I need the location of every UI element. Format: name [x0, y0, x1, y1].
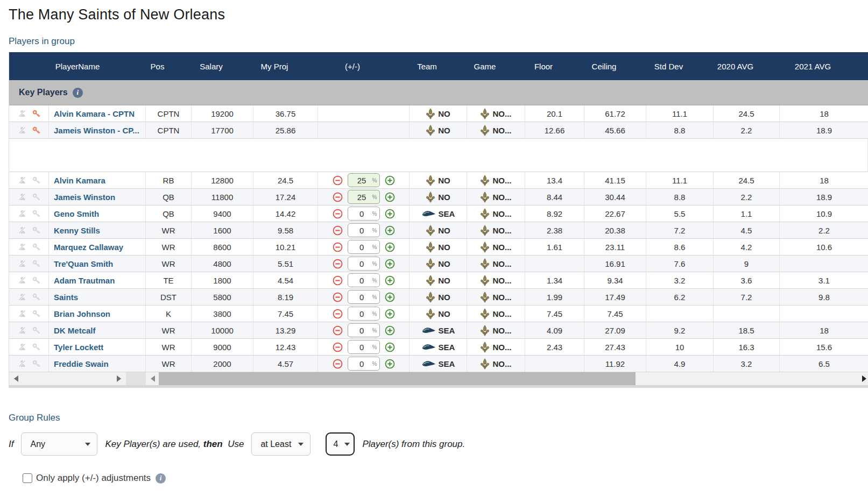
increase-adjustment-icon[interactable] [385, 342, 395, 352]
key-player-condition-select[interactable]: Any [21, 432, 97, 456]
increase-adjustment-icon[interactable] [385, 292, 395, 302]
key-icon[interactable] [32, 326, 40, 335]
decrease-adjustment-icon[interactable] [333, 209, 343, 219]
player-name-link[interactable]: Alvin Kamara - CPTN [54, 109, 135, 118]
decrease-adjustment-icon[interactable] [333, 175, 343, 186]
col-header-ceiling[interactable]: Ceiling [584, 62, 646, 71]
increase-adjustment-icon[interactable] [385, 309, 395, 319]
adjustment-input[interactable]: 0% [348, 357, 380, 371]
adjustment-input[interactable]: 0% [348, 340, 380, 354]
player-name-link[interactable]: Marquez Callaway [54, 243, 123, 252]
frozen-columns-scrollbar[interactable] [9, 372, 126, 385]
key-icon[interactable] [32, 176, 40, 184]
exclude-player-icon[interactable] [18, 126, 26, 134]
key-icon[interactable] [32, 126, 40, 134]
player-name-link[interactable]: Saints [54, 293, 78, 302]
player-name-link[interactable]: Freddie Swain [54, 359, 109, 368]
key-icon[interactable] [32, 343, 40, 351]
player-name-link[interactable]: Jameis Winston [54, 193, 115, 202]
adjustment-input[interactable]: 0% [348, 307, 380, 321]
decrease-adjustment-icon[interactable] [333, 292, 343, 302]
exclude-player-icon[interactable] [18, 359, 26, 368]
main-columns-scrollbar[interactable] [146, 372, 868, 385]
exclude-player-icon[interactable] [18, 193, 26, 201]
exclude-player-icon[interactable] [18, 293, 26, 301]
increase-adjustment-icon[interactable] [385, 225, 395, 236]
increase-adjustment-icon[interactable] [385, 325, 395, 336]
player-name-link[interactable]: Jameis Winston - CP... [54, 126, 139, 135]
increase-adjustment-icon[interactable] [385, 242, 395, 252]
increase-adjustment-icon[interactable] [385, 192, 395, 202]
adjustment-input[interactable]: 0% [348, 207, 380, 221]
threshold-select[interactable]: at Least [251, 432, 310, 456]
increase-adjustment-icon[interactable] [385, 209, 395, 219]
col-header-playername[interactable]: PlayerName [9, 62, 146, 71]
increase-adjustment-icon[interactable] [385, 275, 395, 286]
decrease-adjustment-icon[interactable] [333, 225, 343, 236]
col-header-salary[interactable]: Salary [192, 62, 253, 71]
key-icon[interactable] [32, 360, 40, 368]
key-icon[interactable] [32, 310, 40, 318]
decrease-adjustment-icon[interactable] [333, 192, 343, 202]
exclude-player-icon[interactable] [18, 309, 26, 318]
adjustments-info-icon[interactable]: i [156, 473, 166, 484]
key-icon[interactable] [32, 110, 40, 118]
player-name-link[interactable]: Tre'Quan Smith [54, 259, 113, 268]
scroll-right-icon[interactable] [862, 375, 866, 382]
adjustment-input[interactable]: 0% [348, 273, 380, 287]
decrease-adjustment-icon[interactable] [333, 242, 343, 252]
col-header-game[interactable]: Game [467, 62, 525, 71]
player-name-link[interactable]: Kenny Stills [54, 226, 100, 235]
adjustment-input[interactable]: 0% [348, 323, 380, 337]
exclude-player-icon[interactable] [18, 326, 26, 335]
scroll-left-icon[interactable] [14, 375, 18, 382]
adjustment-input[interactable]: 0% [348, 223, 380, 237]
only-apply-adjustments-checkbox[interactable] [23, 473, 32, 483]
player-name-link[interactable]: Tyler Lockett [54, 343, 103, 352]
adjustment-input[interactable]: 25% [348, 173, 380, 187]
col-header-2021avg[interactable]: 2021 AVG [780, 62, 868, 71]
key-icon[interactable] [32, 210, 40, 218]
adjustment-input[interactable]: 0% [348, 257, 380, 271]
exclude-player-icon[interactable] [18, 226, 26, 235]
decrease-adjustment-icon[interactable] [333, 325, 343, 336]
exclude-player-icon[interactable] [18, 276, 26, 285]
increase-adjustment-icon[interactable] [385, 359, 395, 369]
exclude-player-icon[interactable] [18, 343, 26, 351]
increase-adjustment-icon[interactable] [385, 175, 395, 186]
adjustment-input[interactable]: 0% [348, 290, 380, 304]
col-header-2020avg[interactable]: 2020 AVG [714, 62, 780, 71]
exclude-player-icon[interactable] [18, 109, 26, 118]
scroll-right-icon[interactable] [117, 375, 121, 382]
key-icon[interactable] [32, 276, 40, 285]
player-name-link[interactable]: DK Metcalf [54, 326, 96, 335]
key-icon[interactable] [32, 293, 40, 301]
col-header-team[interactable]: Team [410, 62, 467, 71]
scroll-left-icon[interactable] [151, 375, 155, 382]
key-icon[interactable] [32, 243, 40, 251]
exclude-player-icon[interactable] [18, 259, 26, 268]
increase-adjustment-icon[interactable] [385, 259, 395, 269]
decrease-adjustment-icon[interactable] [333, 342, 343, 352]
col-header-plusminus[interactable]: (+/-) [318, 62, 410, 71]
key-players-info-icon[interactable]: i [73, 88, 83, 98]
col-header-stddev[interactable]: Std Dev [646, 62, 714, 71]
col-header-myproj[interactable]: My Proj [253, 62, 318, 71]
decrease-adjustment-icon[interactable] [333, 309, 343, 319]
key-icon[interactable] [32, 193, 40, 201]
key-icon[interactable] [32, 260, 40, 268]
player-name-link[interactable]: Brian Johnson [54, 309, 110, 318]
player-count-select[interactable]: 4 [326, 432, 355, 456]
key-icon[interactable] [32, 226, 40, 235]
col-header-floor[interactable]: Floor [525, 62, 584, 71]
scrollbar-thumb[interactable] [159, 372, 636, 385]
player-name-link[interactable]: Adam Trautman [54, 276, 115, 285]
exclude-player-icon[interactable] [18, 176, 26, 184]
exclude-player-icon[interactable] [18, 243, 26, 251]
decrease-adjustment-icon[interactable] [333, 259, 343, 269]
player-name-link[interactable]: Alvin Kamara [54, 176, 105, 185]
col-header-pos[interactable]: Pos [146, 62, 192, 71]
adjustment-input[interactable]: 0% [348, 240, 380, 254]
exclude-player-icon[interactable] [18, 209, 26, 218]
player-name-link[interactable]: Geno Smith [54, 209, 99, 218]
